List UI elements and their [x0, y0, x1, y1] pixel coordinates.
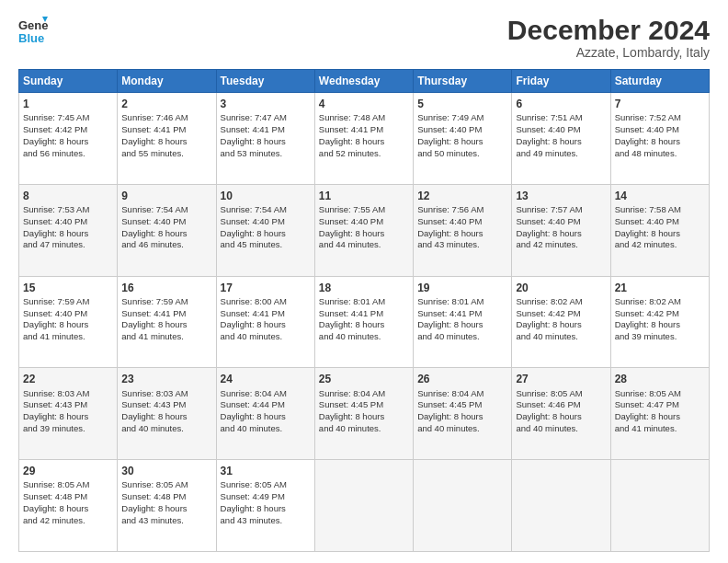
table-row: 6Sunrise: 7:51 AMSunset: 4:40 PMDaylight…: [512, 93, 610, 185]
day-info-line: and 55 minutes.: [121, 148, 211, 160]
day-info-line: Sunrise: 7:57 AM: [516, 204, 606, 216]
day-info-line: Sunrise: 7:45 AM: [23, 112, 113, 124]
day-info-line: and 49 minutes.: [516, 148, 606, 160]
day-info-line: and 43 minutes.: [121, 515, 211, 527]
day-info-line: Sunset: 4:41 PM: [221, 308, 311, 320]
day-info-line: and 40 minutes.: [221, 331, 311, 343]
day-info-line: Sunrise: 8:04 AM: [221, 388, 311, 400]
svg-text:General: General: [18, 18, 48, 32]
day-info-line: Sunrise: 8:01 AM: [417, 296, 507, 308]
day-number: 10: [221, 189, 311, 203]
day-info-line: and 39 minutes.: [23, 423, 113, 435]
table-row: 18Sunrise: 8:01 AMSunset: 4:41 PMDayligh…: [314, 276, 413, 368]
day-info-line: Sunrise: 7:55 AM: [319, 204, 409, 216]
table-row: 27Sunrise: 8:05 AMSunset: 4:46 PMDayligh…: [512, 368, 610, 460]
day-number: 17: [221, 281, 311, 295]
day-info-line: Sunset: 4:40 PM: [23, 216, 113, 228]
day-number: 7: [615, 97, 705, 111]
day-info-line: Sunrise: 8:04 AM: [417, 388, 507, 400]
day-info-line: and 39 minutes.: [615, 331, 705, 343]
day-info-line: Daylight: 8 hours: [615, 228, 705, 240]
day-number: 13: [516, 189, 606, 203]
day-info-line: Daylight: 8 hours: [516, 319, 606, 331]
day-info-line: Sunrise: 8:05 AM: [121, 479, 211, 491]
day-number: 29: [23, 464, 113, 478]
day-info-line: and 43 minutes.: [221, 515, 311, 527]
day-info-line: Daylight: 8 hours: [23, 411, 113, 423]
table-row: 1Sunrise: 7:45 AMSunset: 4:42 PMDaylight…: [19, 93, 118, 185]
day-info-line: and 40 minutes.: [319, 331, 409, 343]
day-info-line: Daylight: 8 hours: [417, 411, 507, 423]
day-number: 19: [417, 281, 507, 295]
table-row: 19Sunrise: 8:01 AMSunset: 4:41 PMDayligh…: [414, 276, 512, 368]
day-info-line: Sunrise: 7:47 AM: [221, 112, 311, 124]
day-number: 27: [516, 372, 606, 386]
day-info-line: Sunrise: 7:56 AM: [417, 204, 507, 216]
day-number: 8: [23, 189, 113, 203]
day-number: 22: [23, 372, 113, 386]
day-number: 24: [221, 372, 311, 386]
day-number: 31: [221, 464, 311, 478]
day-info-line: Sunset: 4:40 PM: [417, 216, 507, 228]
day-info-line: Sunset: 4:40 PM: [615, 124, 705, 136]
day-number: 25: [319, 372, 409, 386]
table-row: 5Sunrise: 7:49 AMSunset: 4:40 PMDaylight…: [414, 93, 512, 185]
day-info-line: Daylight: 8 hours: [121, 228, 211, 240]
day-info-line: Daylight: 8 hours: [121, 411, 211, 423]
day-info-line: Daylight: 8 hours: [221, 411, 311, 423]
day-info-line: and 42 minutes.: [615, 239, 705, 251]
day-info-line: Daylight: 8 hours: [121, 319, 211, 331]
day-info-line: Daylight: 8 hours: [516, 411, 606, 423]
table-row: 20Sunrise: 8:02 AMSunset: 4:42 PMDayligh…: [512, 276, 610, 368]
day-info-line: Daylight: 8 hours: [417, 136, 507, 148]
day-info-line: Sunset: 4:47 PM: [615, 399, 705, 411]
day-number: 14: [615, 189, 705, 203]
day-info-line: Sunset: 4:42 PM: [615, 308, 705, 320]
day-info-line: Sunset: 4:41 PM: [221, 124, 311, 136]
day-info-line: Sunset: 4:42 PM: [23, 124, 113, 136]
day-info-line: Sunrise: 8:02 AM: [615, 296, 705, 308]
day-number: 18: [319, 281, 409, 295]
table-row: 3Sunrise: 7:47 AMSunset: 4:41 PMDaylight…: [216, 93, 314, 185]
table-row: 17Sunrise: 8:00 AMSunset: 4:41 PMDayligh…: [216, 276, 314, 368]
day-info-line: Daylight: 8 hours: [319, 228, 409, 240]
day-info-line: Daylight: 8 hours: [319, 136, 409, 148]
table-row: 13Sunrise: 7:57 AMSunset: 4:40 PMDayligh…: [512, 184, 610, 276]
day-info-line: and 50 minutes.: [417, 148, 507, 160]
table-row: 7Sunrise: 7:52 AMSunset: 4:40 PMDaylight…: [610, 93, 709, 185]
day-info-line: Sunset: 4:41 PM: [417, 308, 507, 320]
table-row: 4Sunrise: 7:48 AMSunset: 4:41 PMDaylight…: [314, 93, 413, 185]
logo-svg: General Blue: [18, 15, 48, 48]
day-header-monday: Monday: [118, 70, 216, 93]
day-info-line: Daylight: 8 hours: [615, 136, 705, 148]
table-row: 23Sunrise: 8:03 AMSunset: 4:43 PMDayligh…: [118, 368, 216, 460]
day-header-wednesday: Wednesday: [314, 70, 413, 93]
day-info-line: Sunrise: 7:54 AM: [121, 204, 211, 216]
day-info-line: Sunrise: 7:54 AM: [221, 204, 311, 216]
day-number: 12: [417, 189, 507, 203]
day-info-line: Sunrise: 7:59 AM: [121, 296, 211, 308]
day-number: 26: [417, 372, 507, 386]
day-info-line: Sunset: 4:40 PM: [417, 124, 507, 136]
table-row: [314, 460, 413, 552]
day-info-line: Sunrise: 7:51 AM: [516, 112, 606, 124]
day-info-line: Sunrise: 7:48 AM: [319, 112, 409, 124]
day-info-line: and 46 minutes.: [121, 239, 211, 251]
day-info-line: and 40 minutes.: [516, 331, 606, 343]
day-info-line: and 48 minutes.: [615, 148, 705, 160]
day-info-line: Sunset: 4:40 PM: [221, 216, 311, 228]
day-info-line: and 52 minutes.: [319, 148, 409, 160]
day-info-line: Sunrise: 7:59 AM: [23, 296, 113, 308]
day-info-line: Daylight: 8 hours: [516, 136, 606, 148]
table-row: 30Sunrise: 8:05 AMSunset: 4:48 PMDayligh…: [118, 460, 216, 552]
day-number: 9: [121, 189, 211, 203]
day-number: 5: [417, 97, 507, 111]
title-block: December 2024 Azzate, Lombardy, Italy: [507, 15, 710, 60]
day-info-line: Sunset: 4:40 PM: [615, 216, 705, 228]
day-info-line: Daylight: 8 hours: [516, 228, 606, 240]
logo: General Blue: [18, 15, 48, 48]
day-info-line: Sunrise: 7:53 AM: [23, 204, 113, 216]
day-info-line: and 45 minutes.: [221, 239, 311, 251]
day-info-line: Sunset: 4:46 PM: [516, 399, 606, 411]
day-info-line: Sunset: 4:45 PM: [417, 399, 507, 411]
